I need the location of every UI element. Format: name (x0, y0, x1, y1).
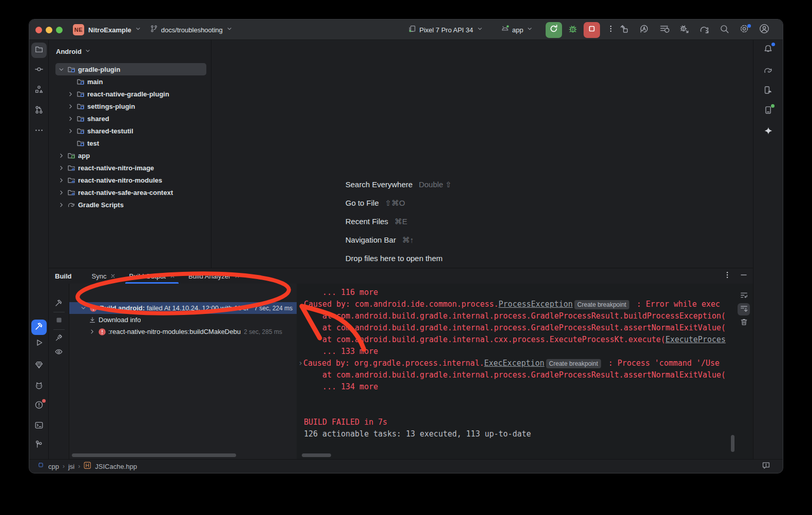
horizontal-scrollbar[interactable] (302, 453, 331, 457)
account-button[interactable] (759, 24, 770, 35)
project-selector[interactable]: NitroExample (88, 25, 142, 34)
close-window-button[interactable] (35, 27, 42, 33)
tool-commit-button[interactable] (31, 63, 47, 78)
build-options-menu-icon[interactable] (723, 271, 731, 281)
hide-panel-icon[interactable] (740, 271, 748, 281)
device-selector[interactable]: Pixel 7 Pro API 34 (408, 25, 484, 35)
project-tree-item[interactable]: react-native-safe-area-context (55, 186, 206, 199)
softwrap-icon (740, 291, 748, 300)
exception-link[interactable]: ProcessException (498, 300, 573, 309)
console-text: Caused by: com.android.ide.common.proces… (304, 300, 498, 309)
project-view-label: Android (56, 48, 82, 55)
create-breakpoint-badge[interactable]: Create breakpoint (574, 300, 629, 309)
attach-debugger-button[interactable] (679, 24, 690, 35)
project-tree-item[interactable]: main (55, 75, 206, 88)
chevron-down-icon (134, 25, 142, 34)
more-run-actions-button[interactable] (605, 24, 616, 35)
project-tree-item[interactable]: shared (55, 112, 206, 125)
tool-project-button[interactable] (31, 43, 47, 58)
fold-chevron-icon[interactable]: › (298, 358, 303, 369)
console-line: BUILD FAILED in 7s (304, 417, 753, 428)
build-project-button[interactable] (618, 24, 630, 35)
filters-button[interactable] (53, 346, 65, 359)
close-icon[interactable] (110, 273, 115, 279)
project-tree-item[interactable]: Gradle Scripts (55, 199, 206, 211)
tool-structure-button[interactable] (31, 83, 47, 98)
tool-running-devices-button[interactable] (761, 103, 776, 118)
build-variants-button[interactable] (659, 24, 670, 35)
branch-name: docs/troubleshooting (161, 26, 223, 34)
horizontal-scrollbar[interactable] (72, 453, 236, 457)
search-everywhere-button[interactable] (719, 24, 730, 35)
tool-problems-button[interactable] (31, 398, 47, 413)
clear-console-button[interactable] (738, 316, 750, 329)
project-tree-item[interactable]: app (55, 149, 206, 162)
project-tree-item-label: settings-plugin (87, 103, 135, 110)
vertical-scrollbar[interactable] (731, 435, 734, 452)
tool-more-button[interactable] (31, 124, 47, 139)
project-tree-item[interactable]: settings-plugin (55, 100, 206, 112)
chevron-down-icon (226, 25, 233, 32)
tool-gradle-button[interactable] (761, 63, 776, 78)
build-tab-sync[interactable]: Sync (85, 268, 123, 284)
git-icon (34, 440, 44, 451)
build-tree-item[interactable]: :react-native-nitro-modules:buildCMakeDe… (69, 326, 297, 338)
project-tree-item[interactable]: shared-testutil (55, 125, 206, 137)
scroll-to-end-button[interactable] (738, 303, 750, 315)
tool-device-manager-button[interactable] (761, 83, 776, 98)
cpp-module-icon (38, 463, 45, 470)
project-view-selector[interactable]: Android (49, 40, 211, 63)
tool-notifications-button[interactable] (761, 42, 776, 57)
soft-wrap-icon (740, 291, 748, 302)
play-icon (34, 338, 44, 349)
sparkle-icon (764, 126, 773, 137)
build-tree-item[interactable]: Build android: failed At 14.10.24, 12:00… (69, 302, 297, 314)
restart-build-button[interactable] (53, 298, 65, 310)
build-tab-build-analyzer[interactable]: Build Analyzer (182, 268, 246, 284)
tool-version-control-button[interactable] (31, 438, 47, 453)
tool-terminal-button[interactable] (31, 419, 47, 434)
breadcrumb-file[interactable]: JSICache.hpp (95, 463, 137, 470)
build-tree-item[interactable]: Download info (69, 314, 297, 326)
tool-pull-requests-button[interactable] (31, 103, 47, 118)
soft-wrap-button[interactable] (738, 290, 750, 302)
branch-selector[interactable]: docs/troubleshooting (150, 25, 233, 35)
project-tree-item[interactable]: test (55, 137, 206, 149)
build-tab-build-output[interactable]: Build Output (122, 268, 182, 284)
maximize-window-button[interactable] (56, 27, 63, 33)
event-log-icon[interactable] (762, 461, 770, 471)
minimize-window-button[interactable] (46, 27, 52, 33)
project-tree-item[interactable]: react-native-gradle-plugin (55, 88, 206, 100)
pin-tab-button[interactable] (53, 332, 65, 345)
chevron-down-icon (226, 25, 233, 34)
exception-link[interactable]: ExecuteProces (665, 335, 725, 344)
stop-button[interactable] (584, 22, 600, 38)
tool-build-button[interactable] (31, 320, 47, 335)
close-icon[interactable] (235, 273, 240, 279)
run-configuration-selector[interactable]: app (501, 25, 534, 35)
stop-build-button[interactable] (53, 315, 65, 327)
project-tree-item[interactable]: gradle-plugin (55, 63, 206, 75)
act-hammer-icon (34, 322, 44, 331)
debug-button[interactable] (567, 24, 578, 35)
create-breakpoint-badge[interactable]: Create breakpoint (546, 359, 601, 368)
tool-run-button[interactable] (31, 336, 47, 351)
exception-link[interactable]: ExecException (484, 359, 544, 368)
module-folder-icon (76, 77, 85, 86)
tool-gemini-button[interactable] (761, 124, 776, 140)
apply-changes-button[interactable] (639, 24, 650, 35)
close-icon[interactable] (170, 273, 175, 279)
gradle-sync-button[interactable] (699, 24, 710, 35)
task-duration: 2 sec, 285 ms (244, 328, 282, 335)
breadcrumb-cpp[interactable]: cpp (48, 463, 59, 470)
tool-app-quality-insights-button[interactable] (31, 358, 47, 373)
shortcut-hint: Navigation Bar⌘↑ (345, 234, 452, 246)
breadcrumb-jsi[interactable]: jsi (68, 463, 74, 470)
project-tree-item[interactable]: react-native-nitro-image (55, 162, 206, 174)
settings-button[interactable] (739, 24, 750, 35)
tool-logcat-button[interactable] (31, 379, 47, 394)
download-icon (88, 316, 96, 324)
project-tree-item[interactable]: react-native-nitro-modules (55, 174, 206, 186)
rerun-button[interactable] (546, 22, 562, 38)
device-manager-icon (763, 85, 773, 95)
